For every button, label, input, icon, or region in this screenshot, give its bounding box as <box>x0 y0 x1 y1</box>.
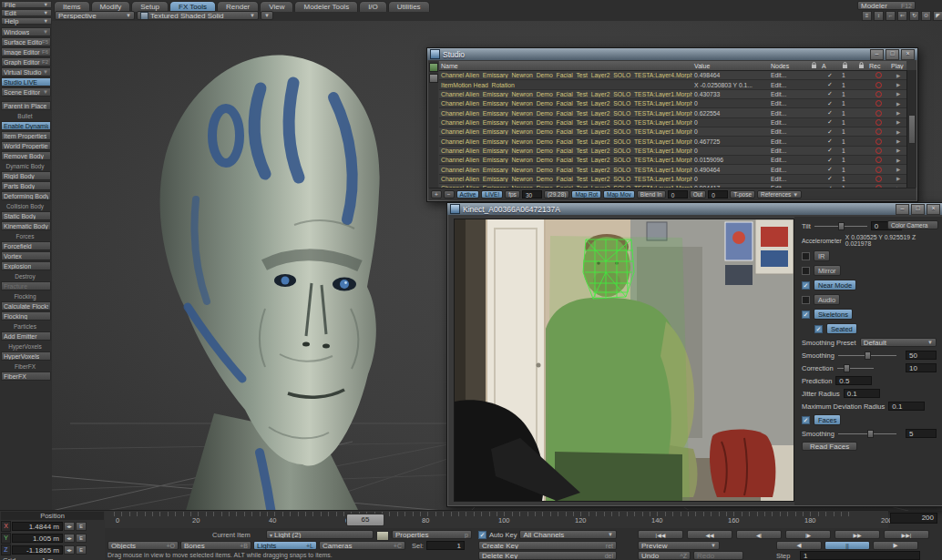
play-cell[interactable]: ▶ <box>889 82 907 87</box>
go-first-frame-button[interactable]: |◀◀ <box>638 530 683 539</box>
record-icon[interactable] <box>875 128 882 135</box>
sidebar-item-studio-live[interactable]: Studio LIVE <box>1 77 51 87</box>
shading-mode-dropdown[interactable]: Textured Shaded Solid ▼ <box>137 11 259 20</box>
record-icon[interactable] <box>875 110 882 117</box>
sidebar-item-fiberfx[interactable]: FiberFX <box>1 372 51 381</box>
play-cell[interactable]: ▶ <box>889 167 907 172</box>
nodes-edit-button[interactable]: Edit... <box>769 110 809 117</box>
tab-modeler-tools[interactable]: Modeler Tools <box>294 1 358 12</box>
mirror-toggle[interactable]: Mirror <box>814 265 841 276</box>
objects-button[interactable]: Objects+O <box>108 541 179 550</box>
channel-row[interactable]: Channel Alien_Emissary_Newron_Demo_Facia… <box>439 127 906 137</box>
nodes-edit-button[interactable]: Edit... <box>769 100 809 107</box>
nodes-edit-button[interactable]: Edit... <box>769 91 809 97</box>
list-icon[interactable] <box>429 74 438 83</box>
smoothing-preset-dropdown[interactable]: Default▼ <box>860 338 937 347</box>
play-icon[interactable]: ▶ <box>891 73 906 78</box>
nodes-edit-button[interactable]: Edit... <box>769 119 809 126</box>
play-icon[interactable]: ▶ <box>891 176 906 181</box>
preview-dropdown[interactable]: Preview ▼ <box>638 541 720 550</box>
seated-toggle[interactable]: Seated <box>826 323 857 334</box>
play-cell[interactable]: ▶ <box>889 101 907 107</box>
properties-button[interactable]: Properties p <box>392 530 472 539</box>
nudge-spinner[interactable]: ◂▸ <box>64 545 75 555</box>
end-frame-field[interactable]: 200 <box>890 513 937 524</box>
maximize-button[interactable]: □ <box>911 204 925 215</box>
studio-titlebar[interactable]: Studio – □ × <box>427 48 917 60</box>
channel-row[interactable]: Channel Alien_Emissary_Newron_Demo_Facia… <box>439 137 906 146</box>
sidebar-item-forcefield[interactable]: Forcefield <box>1 241 51 250</box>
play-icon[interactable]: ▶ <box>891 158 906 163</box>
sidebar-item-kinematic-body[interactable]: Kinematic Body <box>1 221 51 230</box>
undo-arrow-icon[interactable]: ⇐ <box>897 11 907 21</box>
next-key-button[interactable]: ▶▶ <box>834 530 880 539</box>
correction-value-field[interactable]: 10 <box>906 363 937 372</box>
sidebar-item-item-properties[interactable]: Item Properties <box>1 131 51 140</box>
undo-button[interactable]: Undo ^Z <box>638 551 691 560</box>
close-button[interactable]: × <box>901 49 915 60</box>
footer-field-0[interactable]: 0 <box>708 190 728 199</box>
prev-frame-button[interactable]: ◀| <box>736 530 782 539</box>
back-icon[interactable]: ← <box>886 11 896 21</box>
play-icon[interactable]: ▶ <box>891 148 906 153</box>
color-camera-button[interactable]: Color Camera <box>887 220 938 229</box>
file-menu[interactable]: File▼ <box>1 1 52 8</box>
step-field[interactable]: 1 <box>800 551 920 560</box>
faces-toggle[interactable]: Faces <box>814 414 841 425</box>
nodes-edit-button[interactable]: Edit... <box>769 138 809 145</box>
sidebar-item-hypervoxels[interactable]: HyperVoxels <box>1 351 51 361</box>
audio-checkbox[interactable] <box>802 296 810 304</box>
record-icon[interactable] <box>875 82 882 88</box>
faces-checkbox[interactable]: ✓ <box>802 416 810 424</box>
ir-toggle[interactable]: IR <box>814 250 830 261</box>
play-icon[interactable]: ▶ <box>891 91 906 97</box>
footer-button-active[interactable]: Active <box>456 190 480 199</box>
cameras-button[interactable]: Cameras+C <box>319 541 405 550</box>
record-icon[interactable] <box>875 119 882 126</box>
play-icon[interactable]: ▶ <box>891 82 906 87</box>
channel-row[interactable]: Channel Alien_Emissary_Newron_Demo_Facia… <box>439 147 906 156</box>
near-mode-checkbox[interactable]: ✓ <box>802 281 810 290</box>
record-icon[interactable] <box>875 100 882 107</box>
envelope-button[interactable]: E <box>76 522 87 531</box>
record-icon[interactable] <box>875 91 882 97</box>
channel-row[interactable]: Channel Alien_Emissary_Newron_Demo_Facia… <box>439 90 906 99</box>
footer-button-item[interactable]: + <box>431 190 442 199</box>
channel-row[interactable]: Channel Alien_Emissary_Newron_Demo_Facia… <box>439 108 906 117</box>
play-icon[interactable]: ▶ <box>891 129 906 135</box>
tab-i-o[interactable]: I/O <box>359 1 387 12</box>
nodes-edit-button[interactable]: Edit... <box>769 128 809 135</box>
nudge-spinner[interactable]: ◂▸ <box>64 534 75 543</box>
record-cell[interactable] <box>867 167 889 173</box>
sidebar-item-vortex[interactable]: Vortex <box>1 251 51 260</box>
alien-head-model[interactable] <box>77 36 469 514</box>
record-cell[interactable] <box>867 72 889 78</box>
x-position-field[interactable]: 1.4844 m <box>12 522 63 531</box>
filter-icon[interactable] <box>429 63 438 72</box>
sidebar-item-add-emitter[interactable]: Add Emitter <box>1 331 51 341</box>
play-icon[interactable]: ▶ <box>891 167 906 172</box>
correction-slider[interactable] <box>837 364 874 372</box>
pan-icon[interactable]: ↕ <box>874 11 884 21</box>
envelope-button[interactable]: E <box>76 534 87 543</box>
sidebar-item-virtual-studio[interactable]: Virtual Studio▼ <box>1 67 51 76</box>
slider-handle[interactable] <box>844 364 850 372</box>
smoothing-value-field[interactable]: 5 <box>906 429 937 438</box>
help-menu[interactable]: Help▼ <box>1 17 52 25</box>
jitter-radius-field[interactable]: 0.1 <box>844 389 880 398</box>
mirror-checkbox[interactable] <box>802 267 810 275</box>
play-icon[interactable]: ▶ <box>891 101 906 107</box>
studio-scrollbar[interactable] <box>906 70 916 188</box>
near-mode-toggle[interactable]: Near Mode <box>814 280 856 290</box>
ir-checkbox[interactable] <box>802 252 810 260</box>
envelope-button[interactable]: E <box>76 545 87 555</box>
skeletons-checkbox[interactable]: ✓ <box>802 311 810 319</box>
seated-checkbox[interactable]: ✓ <box>814 325 823 333</box>
footer-button-blend-in[interactable]: Blend In <box>637 190 666 199</box>
sidebar-item-calculate-flocks[interactable]: Calculate Flocks <box>1 301 51 311</box>
smoothing-slider[interactable] <box>838 430 896 438</box>
skeletons-toggle[interactable]: Skeletons <box>814 309 853 320</box>
channel-row[interactable]: Channel Alien_Emissary_Newron_Demo_Facia… <box>439 165 906 174</box>
play-cell[interactable]: ▶ <box>889 73 907 78</box>
play-forward-button[interactable]: ▶ <box>873 541 918 550</box>
